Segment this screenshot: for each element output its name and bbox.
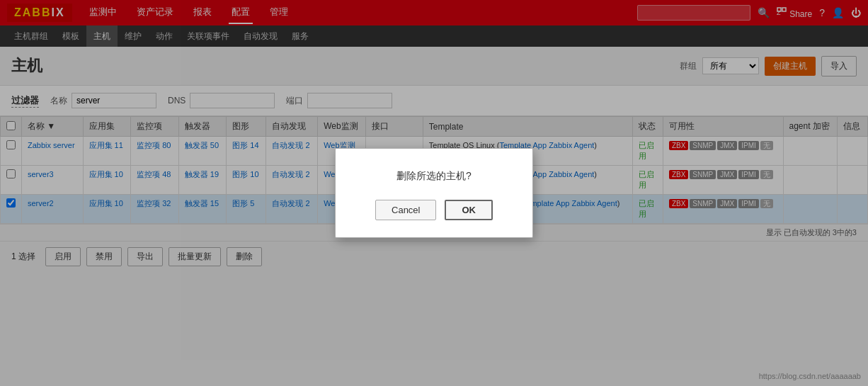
modal-overlay: 删除所选的主机? Cancel OK (0, 0, 868, 272)
modal-buttons: Cancel OK (364, 200, 504, 220)
confirm-dialog: 删除所选的主机? Cancel OK (335, 148, 533, 238)
modal-ok-button[interactable]: OK (445, 200, 493, 220)
modal-cancel-button[interactable]: Cancel (375, 200, 436, 220)
modal-message: 删除所选的主机? (364, 170, 504, 183)
